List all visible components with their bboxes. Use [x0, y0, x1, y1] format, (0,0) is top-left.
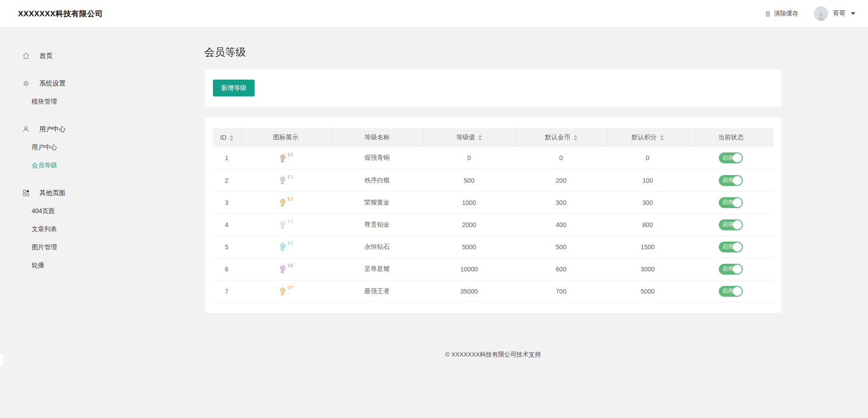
level-badge-icon: V2	[278, 174, 293, 185]
page-title: 会员等级	[204, 45, 782, 59]
cell-badge: V3	[241, 191, 331, 214]
sidebar-item-1-0[interactable]: 模块管理	[0, 92, 120, 110]
levels-table: ID图标展示等级名称等级值默认金币默认积分当前状态 1 V1 倔强青铜 0 0 …	[213, 128, 774, 303]
page-footer: © XXXXXXX科技有限公司技术支持	[204, 340, 782, 372]
cell-level-value: 5000	[423, 236, 515, 258]
cell-level-value: 2000	[423, 214, 515, 236]
cell-id: 3	[213, 191, 241, 214]
cell-id: 5	[213, 236, 241, 258]
cell-status: 启用	[688, 214, 774, 236]
sidebar-item-3-1[interactable]: 文章列表	[0, 220, 120, 238]
sort-icon[interactable]	[230, 135, 233, 141]
cell-default-points: 800	[607, 214, 688, 236]
sidebar-item-2-0[interactable]: 用户中心	[0, 138, 120, 156]
column-label: 图标展示	[273, 133, 298, 141]
cell-level-value: 10000	[423, 258, 515, 280]
cell-default-gold: 300	[515, 191, 607, 214]
cell-default-points: 300	[607, 191, 688, 214]
sidebar-item-3-3[interactable]: 轮播	[0, 256, 120, 274]
cell-badge: V7	[241, 280, 331, 302]
cell-default-points: 0	[607, 147, 688, 169]
cell-level-value: 1000	[423, 191, 515, 214]
sidebar-item-2-1[interactable]: 会员等级	[0, 156, 120, 174]
toggle-knob	[733, 153, 742, 162]
cell-level-value: 0	[423, 147, 515, 169]
level-badge-icon: V3	[278, 196, 293, 207]
sidebar-section-0[interactable]: 首页	[0, 47, 120, 65]
top-header: XXXXXXX科技有限公司 清除缓存 哥哥	[0, 0, 868, 28]
toggle-knob	[733, 265, 742, 274]
column-label: 等级名称	[364, 133, 390, 141]
level-badge-icon: V4	[278, 218, 293, 229]
cell-badge: V5	[241, 236, 331, 258]
person-silhouette-icon	[816, 11, 826, 21]
toggle-knob	[733, 287, 742, 296]
cell-default-points: 100	[607, 169, 688, 191]
sidebar: 首页系统设置模块管理用户中心用户中心会员等级其他页面404页面文章列表图片管理轮…	[0, 28, 120, 418]
cell-level-name: 倔强青铜	[331, 147, 423, 169]
table-row: 7 V7 最强王者 35000 700 5000 启用	[213, 280, 774, 302]
avatar	[814, 6, 828, 21]
sort-icon[interactable]	[660, 135, 664, 141]
sidebar-section-label: 首页	[39, 52, 52, 60]
sidebar-collapse-handle[interactable]	[0, 353, 4, 366]
status-toggle[interactable]: 启用	[719, 152, 743, 163]
sort-icon[interactable]	[478, 135, 482, 141]
column-header-0[interactable]: ID	[213, 128, 241, 147]
cell-id: 4	[213, 214, 241, 236]
toggle-knob	[733, 198, 742, 207]
cell-level-name: 秩序白银	[331, 169, 423, 191]
sidebar-item-3-2[interactable]: 图片管理	[0, 238, 120, 256]
chevron-down-icon	[851, 12, 855, 15]
column-label: 默认积分	[632, 133, 657, 141]
sidebar-section-label: 系统设置	[39, 79, 66, 88]
sidebar-divider	[34, 115, 86, 115]
status-toggle[interactable]: 启用	[719, 197, 743, 208]
level-badge-icon: V7	[278, 285, 293, 296]
toggle-knob	[733, 176, 742, 185]
cell-default-points: 1500	[607, 236, 688, 258]
sidebar-item-3-0[interactable]: 404页面	[0, 202, 120, 220]
clear-cache-button[interactable]: 清除缓存	[764, 10, 798, 18]
cell-level-value: 500	[423, 169, 515, 191]
status-toggle[interactable]: 启用	[719, 264, 743, 275]
sidebar-section-1[interactable]: 系统设置	[0, 74, 120, 92]
cell-id: 2	[213, 169, 241, 191]
cell-default-points: 5000	[607, 280, 688, 302]
toggle-knob	[733, 242, 742, 252]
levels-table-card: ID图标展示等级名称等级值默认金币默认积分当前状态 1 V1 倔强青铜 0 0 …	[204, 117, 782, 314]
add-level-button[interactable]: 新增等级	[213, 80, 255, 96]
cell-badge: V4	[241, 214, 331, 236]
user-menu[interactable]: 哥哥	[814, 6, 855, 21]
toggle-knob	[733, 220, 742, 229]
cell-default-gold: 700	[515, 280, 607, 302]
cell-id: 1	[213, 147, 241, 169]
status-toggle[interactable]: 启用	[719, 242, 743, 252]
cell-id: 7	[213, 280, 241, 302]
column-header-3[interactable]: 等级值	[423, 128, 515, 147]
gear-icon	[22, 80, 30, 87]
status-toggle[interactable]: 启用	[719, 175, 743, 186]
status-toggle[interactable]: 启用	[719, 219, 743, 230]
cell-default-gold: 0	[515, 147, 607, 169]
clear-cache-label: 清除缓存	[774, 10, 798, 18]
level-badge-icon: V1	[278, 152, 293, 163]
level-badge-icon: V5	[278, 241, 293, 252]
sidebar-section-2[interactable]: 用户中心	[0, 120, 120, 138]
status-toggle[interactable]: 启用	[719, 286, 743, 297]
cell-status: 启用	[688, 147, 774, 169]
cell-default-gold: 400	[515, 214, 607, 236]
cell-default-gold: 200	[515, 169, 607, 191]
cell-status: 启用	[688, 280, 774, 302]
column-header-5[interactable]: 默认积分	[607, 128, 688, 147]
sidebar-divider	[34, 179, 86, 179]
username: 哥哥	[833, 10, 845, 18]
column-header-4[interactable]: 默认金币	[515, 128, 607, 147]
cell-level-value: 35000	[423, 280, 515, 302]
table-row: 3 V3 荣耀黄金 1000 300 300 启用	[213, 191, 774, 214]
table-row: 5 V5 永恒钻石 5000 500 1500 启用	[213, 236, 774, 258]
sidebar-section-label: 用户中心	[39, 125, 66, 133]
sort-icon[interactable]	[574, 135, 577, 141]
sidebar-divider	[34, 279, 86, 279]
sidebar-section-3[interactable]: 其他页面	[0, 184, 120, 202]
